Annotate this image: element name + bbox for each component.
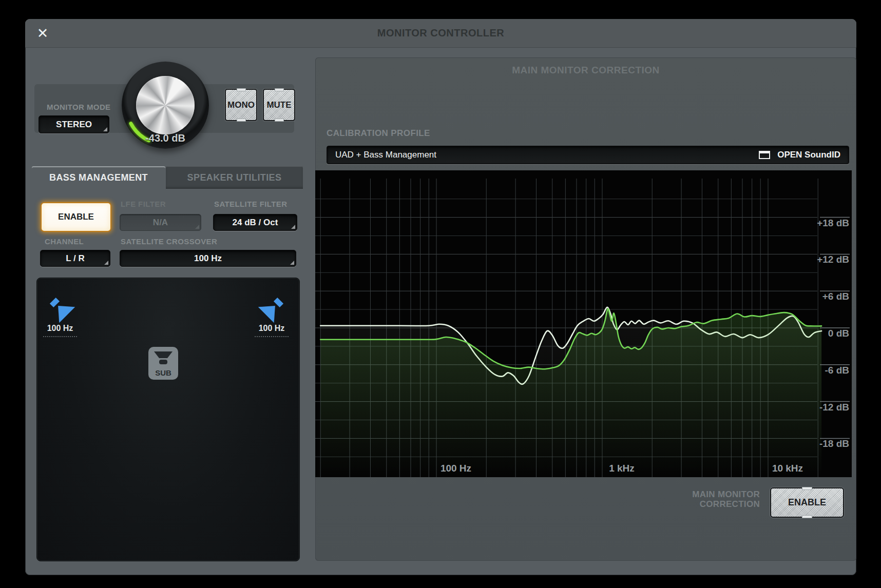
footer-correction-line1: MAIN MONITOR — [675, 489, 760, 499]
monitor-mode-value: STEREO — [56, 120, 92, 130]
monitor-mode-label: MONITOR MODE — [47, 103, 111, 111]
left-speaker-crossover-value[interactable]: 100 Hz — [40, 324, 81, 333]
correction-enable-button[interactable]: ENABLE — [770, 487, 844, 518]
tab-bass-management[interactable]: BASS MANAGEMENT — [32, 166, 165, 189]
chart-svg: +18 dB+12 dB+6 dB0 dB-6 dB-12 dB-18 dB10… — [315, 170, 852, 477]
svg-text:+12 dB: +12 dB — [817, 254, 849, 265]
left-speaker-underline — [43, 336, 77, 337]
bass-management-enable-button[interactable]: ENABLE — [41, 202, 111, 232]
dropdown-arrow-icon — [290, 261, 294, 265]
monitor-controller-window: MONITOR CONTROLLER ✕ MONITOR MODE STEREO… — [25, 19, 856, 575]
dropdown-arrow-icon — [195, 225, 199, 229]
mute-button[interactable]: MUTE — [263, 89, 295, 121]
right-speaker-crossover-value[interactable]: 100 Hz — [251, 324, 292, 333]
svg-text:+6 dB: +6 dB — [822, 291, 849, 302]
monitor-mode-select[interactable]: STEREO — [39, 115, 109, 133]
correction-title: MAIN MONITOR CORRECTION — [315, 65, 856, 76]
volume-knob[interactable] — [136, 76, 195, 134]
dropdown-arrow-icon — [291, 225, 295, 229]
open-soundid-button[interactable]: OPEN SoundID — [759, 150, 840, 160]
tab-speaker-utilities[interactable]: SPEAKER UTILITIES — [166, 166, 303, 189]
svg-text:10 kHz: 10 kHz — [772, 463, 803, 474]
satellite-crossover-value: 100 Hz — [194, 253, 222, 264]
channel-value: L / R — [66, 253, 85, 264]
satellite-filter-label: SATELLITE FILTER — [214, 200, 288, 208]
lfe-filter-label: LFE FILTER — [121, 200, 166, 208]
main-monitor-correction-panel: MAIN MONITOR CORRECTION CALIBRATION PROF… — [315, 57, 856, 561]
subwoofer-icon[interactable]: SUB — [148, 347, 178, 380]
dropdown-arrow-icon — [103, 127, 107, 131]
subwoofer-cone-icon — [153, 350, 174, 366]
lfe-filter-select[interactable]: N/A — [120, 214, 201, 231]
svg-text:-6 dB: -6 dB — [825, 365, 850, 376]
title-bar: MONITOR CONTROLLER ✕ — [25, 19, 856, 48]
soundid-window-icon — [759, 151, 770, 159]
satellite-filter-select[interactable]: 24 dB / Oct — [213, 214, 297, 231]
correction-enable-label: ENABLE — [788, 497, 826, 508]
calibration-profile-label: CALIBRATION PROFILE — [327, 128, 430, 139]
bass-management-enable-label: ENABLE — [58, 212, 94, 222]
lfe-filter-value: N/A — [153, 218, 168, 228]
svg-text:-18 dB: -18 dB — [819, 438, 849, 449]
monitor-level-value: -43.0 dB — [122, 132, 209, 144]
dropdown-arrow-icon — [104, 261, 108, 265]
mono-button-label: MONO — [227, 100, 255, 110]
satellite-crossover-select[interactable]: 100 Hz — [120, 250, 296, 267]
channel-select[interactable]: L / R — [40, 250, 110, 267]
close-icon[interactable]: ✕ — [33, 24, 52, 43]
right-speaker-underline — [255, 336, 289, 337]
tab-bass-management-label: BASS MANAGEMENT — [49, 172, 148, 183]
mono-button[interactable]: MONO — [225, 89, 257, 121]
subwoofer-label: SUB — [155, 368, 171, 377]
calibration-profile-select[interactable]: UAD + Bass Management OPEN SoundID — [327, 146, 849, 164]
svg-text:100 Hz: 100 Hz — [440, 463, 471, 474]
svg-text:+18 dB: +18 dB — [817, 218, 849, 228]
svg-text:1 kHz: 1 kHz — [609, 463, 635, 474]
footer-correction-label: MAIN MONITOR CORRECTION — [675, 489, 760, 509]
channel-label: CHANNEL — [45, 237, 84, 246]
mute-button-label: MUTE — [266, 100, 291, 110]
screen-background: MONITOR CONTROLLER ✕ MONITOR MODE STEREO… — [0, 0, 881, 588]
calibration-profile-value: UAD + Bass Management — [335, 150, 436, 160]
frequency-response-chart: +18 dB+12 dB+6 dB0 dB-6 dB-12 dB-18 dB10… — [315, 170, 852, 477]
satellite-filter-value: 24 dB / Oct — [233, 218, 278, 228]
speaker-layout-panel — [36, 278, 300, 561]
satellite-crossover-label: SATELLITE CROSSOVER — [121, 237, 217, 246]
window-title: MONITOR CONTROLLER — [25, 19, 856, 47]
open-soundid-label: OPEN SoundID — [777, 150, 840, 160]
tab-speaker-utilities-label: SPEAKER UTILITIES — [187, 172, 282, 183]
svg-text:0 dB: 0 dB — [828, 328, 849, 339]
svg-text:-12 dB: -12 dB — [819, 402, 849, 413]
footer-correction-line2: CORRECTION — [675, 499, 760, 509]
